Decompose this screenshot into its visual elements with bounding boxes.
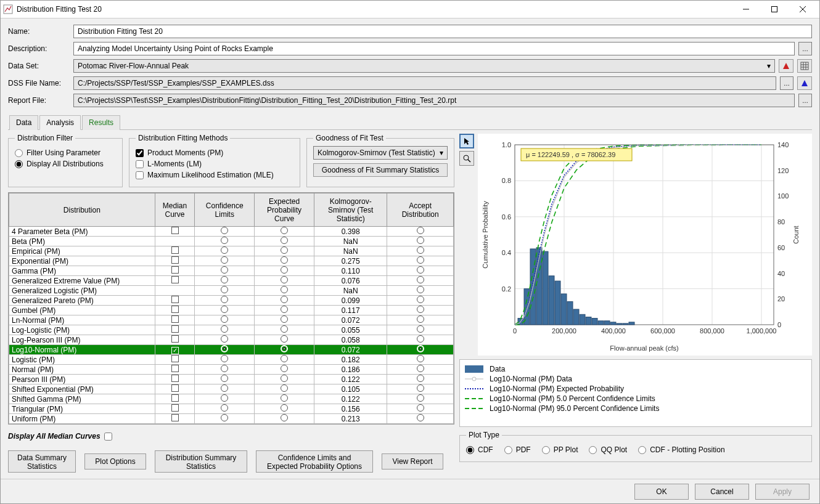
plot-type-cdf-plotting-position-radio[interactable]: CDF - Plotting Position <box>638 445 724 454</box>
table-row[interactable]: Triangular (PM)0.156 <box>9 404 454 414</box>
svg-rect-33 <box>561 294 567 325</box>
ok-button[interactable]: OK <box>634 484 689 500</box>
gof-summary-button[interactable]: Goodness of Fit Summary Statistics <box>313 163 448 177</box>
view-report-button[interactable]: View Report <box>382 453 443 469</box>
display-all-median-curves-checkbox[interactable]: Display All Median Curves <box>8 429 454 443</box>
svg-line-13 <box>468 160 470 162</box>
plot-type-pdf-radio[interactable]: PDF <box>504 445 531 454</box>
svg-text:80: 80 <box>777 218 785 226</box>
plot-type-qq-plot-radio[interactable]: QQ Plot <box>589 445 627 454</box>
th-exp: Expected Probability Curve <box>255 193 314 227</box>
table-row[interactable]: Normal (PM)0.186 <box>9 365 454 375</box>
th-accept: Accept Distribution <box>387 193 454 227</box>
fitting-methods-legend: Distribution Fitting Methods <box>136 134 230 142</box>
svg-rect-42 <box>617 323 622 325</box>
conf-options-button[interactable]: Confidence Limits and Expected Probabili… <box>256 450 373 473</box>
svg-text:140: 140 <box>777 141 789 148</box>
dataset-label: Data Set: <box>8 62 70 70</box>
chart-area[interactable]: 0200,000400,000600,000800,0001,000,0000.… <box>478 134 812 356</box>
table-row[interactable]: Generalized Logistic (PM)NaN <box>9 286 454 296</box>
name-label: Name: <box>8 27 70 36</box>
table-row[interactable]: Empirical (PM)NaN <box>9 246 454 256</box>
svg-text:0.2: 0.2 <box>502 285 511 293</box>
mle-checkbox[interactable]: Maximum Likelihood Estimation (MLE) <box>136 171 293 179</box>
titlebar: Distribution Fitting Test 20 <box>1 1 819 18</box>
svg-rect-35 <box>573 309 579 325</box>
table-row[interactable]: Generalized Pareto (PM)0.099 <box>9 296 454 306</box>
filter-using-parameter-radio[interactable]: Filter Using Parameter <box>15 148 116 157</box>
svg-text:800,000: 800,000 <box>700 327 724 335</box>
report-browse-button[interactable]: … <box>798 94 812 107</box>
lm-checkbox[interactable]: L-Moments (LM) <box>136 160 293 168</box>
table-row[interactable]: Ln-Normal (PM)0.072 <box>9 315 454 325</box>
description-input[interactable] <box>73 42 795 55</box>
table-row[interactable]: Gumbel (PM)0.117 <box>9 306 454 315</box>
plot-type-cdf-radio[interactable]: CDF <box>466 445 493 454</box>
table-row[interactable]: Generalized Extreme Value (PM)0.076 <box>9 276 454 286</box>
name-input[interactable] <box>73 25 812 38</box>
legend-item: Log10-Normal (PM) Data <box>465 375 806 383</box>
table-row[interactable]: 4 Parameter Beta (PM)0.398 <box>9 227 454 237</box>
app-icon <box>3 4 13 14</box>
svg-marker-5 <box>783 63 789 69</box>
table-row[interactable]: Shifted Gamma (PM)0.122 <box>9 394 454 404</box>
table-row[interactable]: Exponential (PM)0.275 <box>9 256 454 266</box>
table-row[interactable]: Logistic (PM)0.182 <box>9 355 454 365</box>
svg-rect-40 <box>604 321 610 325</box>
svg-point-12 <box>464 155 469 160</box>
th-conf: Confidence Limits <box>195 193 255 227</box>
pm-checkbox[interactable]: Product Moments (PM) <box>136 148 293 157</box>
table-icon-button[interactable] <box>797 59 812 73</box>
tab-results[interactable]: Results <box>82 115 120 130</box>
svg-text:120: 120 <box>777 167 789 174</box>
zoom-tool[interactable] <box>459 151 474 166</box>
chevron-down-icon: ▾ <box>767 62 771 70</box>
close-icon <box>800 6 806 12</box>
table-row[interactable]: Log10-Normal (PM)0.072 <box>9 345 454 355</box>
svg-rect-36 <box>580 314 585 325</box>
svg-rect-31 <box>549 276 554 325</box>
svg-rect-34 <box>567 301 573 325</box>
gof-select[interactable]: Kolmogorov-Smirnov (Test Statistic) ▾ <box>313 146 448 160</box>
description-more-button[interactable]: … <box>798 42 812 55</box>
pointer-tool[interactable] <box>459 134 474 148</box>
window-minimize-button[interactable] <box>732 1 760 18</box>
dataset-value: Potomac River-Flow-Annual Peak <box>78 62 189 70</box>
plot-options-button[interactable]: Plot Options <box>84 453 146 469</box>
table-row[interactable]: Gamma (PM)0.110 <box>9 266 454 276</box>
window-maximize-button[interactable] <box>760 1 789 18</box>
svg-rect-6 <box>801 62 808 70</box>
table-row[interactable]: Log-Pearson III (PM)0.058 <box>9 335 454 345</box>
chevron-down-icon: ▾ <box>440 148 443 157</box>
dataset-select[interactable]: Potomac River-Flow-Annual Peak ▾ <box>73 59 775 73</box>
svg-rect-39 <box>598 321 604 325</box>
table-row[interactable]: Log-Logistic (PM)0.055 <box>9 325 454 335</box>
pointer-icon <box>462 137 471 145</box>
display-all-distributions-radio[interactable]: Display All Distributions <box>15 160 116 168</box>
distribution-table[interactable]: Distribution Median Curve Confidence Lim… <box>8 192 454 425</box>
window-close-button[interactable] <box>789 1 817 18</box>
description-label: Description: <box>8 44 70 53</box>
apply-button[interactable]: Apply <box>755 484 810 500</box>
svg-rect-44 <box>629 322 634 325</box>
cancel-button[interactable]: Cancel <box>695 484 749 500</box>
distribution-filter-legend: Distribution Filter <box>15 134 75 142</box>
report-input[interactable] <box>73 94 795 107</box>
goodness-of-fit-fieldset: Goodness of Fit Test Kolmogorov-Smirnov … <box>306 134 454 187</box>
table-row[interactable]: Pearson III (PM)0.122 <box>9 375 454 384</box>
table-row[interactable]: Uniform (PM)0.213 <box>9 414 454 424</box>
tab-analysis[interactable]: Analysis <box>39 115 81 130</box>
plot-icon-button[interactable] <box>779 59 793 73</box>
tab-data[interactable]: Data <box>9 115 38 130</box>
data-summary-button[interactable]: Data Summary Statistics <box>8 450 76 473</box>
dss-label: DSS File Name: <box>8 79 70 87</box>
svg-text:100: 100 <box>777 192 789 200</box>
th-median: Median Curve <box>155 193 195 227</box>
dist-summary-button[interactable]: Distribution Summary Statistics <box>155 450 247 473</box>
dss-browse-button[interactable]: … <box>780 76 793 90</box>
dss-input[interactable] <box>73 76 776 90</box>
table-row[interactable]: Shifted Exponential (PM)0.105 <box>9 384 454 394</box>
table-row[interactable]: Beta (PM)NaN <box>9 237 454 246</box>
plot-type-pp-plot-radio[interactable]: PP Plot <box>542 445 578 454</box>
dss-plot-icon-button[interactable] <box>797 76 812 90</box>
